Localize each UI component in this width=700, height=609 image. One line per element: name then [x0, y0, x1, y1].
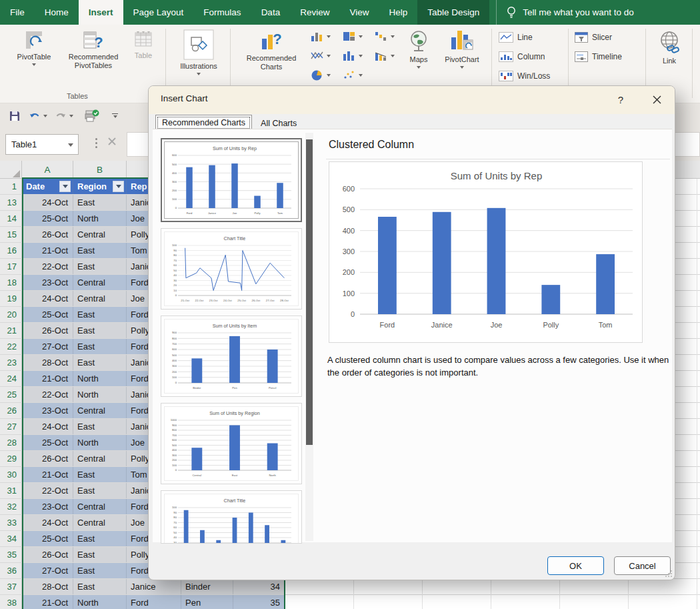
cell-region[interactable]: Central: [73, 227, 127, 242]
undo-dropdown-chevron[interactable]: [43, 115, 47, 117]
column-header-a[interactable]: A: [22, 161, 73, 179]
cell-region[interactable]: East: [73, 339, 127, 354]
chart-thumbnail-thumb-item[interactable]: Sum of Units by Item01002003004005006007…: [161, 316, 302, 397]
row-header-33[interactable]: 33: [0, 515, 22, 530]
row-header-36[interactable]: 36: [0, 563, 22, 578]
cell-date[interactable]: 23-Oct: [22, 275, 73, 290]
cell-region[interactable]: East: [73, 579, 127, 594]
tab-review[interactable]: Review: [290, 0, 339, 25]
redo-button[interactable]: [54, 110, 73, 122]
header-cell-region[interactable]: Region: [73, 179, 127, 194]
row-header-28[interactable]: 28: [0, 435, 22, 450]
maps-button[interactable]: Maps: [400, 29, 437, 69]
tab-insert[interactable]: Insert: [79, 0, 123, 25]
cell-units[interactable]: 34: [233, 579, 285, 594]
row-header[interactable]: 1: [0, 179, 22, 194]
cell-region[interactable]: North: [73, 211, 127, 226]
cell-date[interactable]: 25-Oct: [22, 435, 73, 450]
row-header-38[interactable]: 38: [0, 595, 22, 609]
ok-button[interactable]: OK: [547, 556, 604, 575]
link-button[interactable]: Link: [650, 29, 689, 65]
cell-region[interactable]: East: [73, 259, 127, 274]
table-button[interactable]: Table: [125, 29, 161, 60]
row-header-25[interactable]: 25: [0, 387, 22, 402]
cell-rep[interactable]: Ford: [127, 595, 181, 609]
thumbnail-scrollbar[interactable]: [305, 133, 313, 541]
combo-chart-type-button[interactable]: [375, 50, 395, 61]
cell-date[interactable]: 23-Oct: [22, 403, 73, 418]
pivotchart-button[interactable]: PivotChart: [436, 29, 488, 69]
select-all-corner[interactable]: [0, 161, 22, 179]
cancel-entry-button[interactable]: [107, 136, 117, 147]
sparkline-winloss-button[interactable]: Win/Loss: [499, 71, 550, 81]
cell-date[interactable]: 21-Oct: [22, 467, 73, 482]
cell-region[interactable]: East: [73, 323, 127, 338]
cell-date[interactable]: 27-Oct: [22, 339, 73, 354]
column-header-b[interactable]: B: [73, 161, 127, 179]
cell-region[interactable]: Central: [73, 291, 127, 306]
cell-region[interactable]: Central: [73, 451, 127, 466]
row-header-18[interactable]: 18: [0, 275, 22, 290]
column-chart-type-button[interactable]: [311, 31, 331, 42]
chart-thumbnail-thumb-rep[interactable]: Sum of Units by Rep0100200300400500600Fo…: [161, 138, 302, 222]
row-header-31[interactable]: 31: [0, 483, 22, 498]
cell-date[interactable]: 24-Oct: [22, 195, 73, 210]
date-filter-button[interactable]: [59, 181, 71, 192]
row-header-15[interactable]: 15: [0, 227, 22, 242]
cell-date[interactable]: 25-Oct: [22, 307, 73, 322]
cell-region[interactable]: East: [73, 195, 127, 210]
cell-region[interactable]: Central: [73, 275, 127, 290]
pivottable-button[interactable]: PivotTable: [7, 29, 61, 66]
name-box[interactable]: Table1: [5, 134, 79, 155]
row-header-17[interactable]: 17: [0, 259, 22, 274]
row-header-32[interactable]: 32: [0, 499, 22, 514]
cell-region[interactable]: East: [73, 355, 127, 370]
tab-file[interactable]: File: [0, 0, 35, 25]
cell-region[interactable]: North: [73, 371, 127, 386]
cell-date[interactable]: 24-Oct: [22, 515, 73, 530]
cell-date[interactable]: 27-Oct: [22, 563, 73, 578]
dialog-help-button[interactable]: ?: [613, 92, 629, 108]
name-box-dropdown-chevron[interactable]: [68, 143, 73, 147]
scatter-chart-type-button[interactable]: [343, 69, 363, 81]
cell-date[interactable]: 26-Oct: [22, 227, 73, 242]
row-header-35[interactable]: 35: [0, 547, 22, 562]
cell-item[interactable]: Pen: [181, 595, 233, 609]
cell-region[interactable]: Central: [73, 403, 127, 418]
chart-thumbnail-thumb-region[interactable]: Sum of Units by Region010020030040050060…: [161, 403, 302, 484]
scrollbar-thumb[interactable]: [306, 139, 313, 445]
customize-qat-button[interactable]: [112, 113, 118, 119]
cell-date[interactable]: 28-Oct: [22, 355, 73, 370]
cancel-button[interactable]: Cancel: [614, 556, 671, 575]
tab-help[interactable]: Help: [379, 0, 417, 25]
row-header-30[interactable]: 30: [0, 467, 22, 482]
row-header-27[interactable]: 27: [0, 419, 22, 434]
cell-region[interactable]: East: [73, 467, 127, 482]
hierarchy-chart-type-button[interactable]: [343, 31, 363, 42]
row-header-34[interactable]: 34: [0, 531, 22, 546]
cell-date[interactable]: 22-Oct: [22, 483, 73, 498]
save-button[interactable]: [8, 109, 21, 123]
sparkline-line-button[interactable]: Line: [499, 32, 533, 43]
cell-region[interactable]: North: [73, 595, 127, 609]
cell-date[interactable]: 26-Oct: [22, 451, 73, 466]
cell-region[interactable]: East: [73, 243, 127, 258]
resize-grip[interactable]: [665, 570, 672, 577]
chart-thumbnail-thumb-line[interactable]: Chart Title010203040506070809010021-Oct2…: [161, 228, 302, 310]
chart-thumbnail-thumb-generic[interactable]: Chart Title0102030405060708090100: [161, 490, 302, 544]
cell-date[interactable]: 23-Oct: [22, 499, 73, 514]
cell-region[interactable]: East: [73, 563, 127, 578]
row-header-20[interactable]: 20: [0, 307, 22, 322]
cell-date[interactable]: 28-Oct: [22, 579, 73, 594]
slicer-button[interactable]: Slicer: [575, 32, 612, 43]
cell-region[interactable]: East: [73, 547, 127, 562]
cell-region[interactable]: East: [73, 483, 127, 498]
cell-date[interactable]: 26-Oct: [22, 547, 73, 562]
row-header-19[interactable]: 19: [0, 291, 22, 306]
cell-date[interactable]: 25-Oct: [22, 531, 73, 546]
row-header-21[interactable]: 21: [0, 323, 22, 338]
illustrations-button[interactable]: Illustrations: [171, 29, 227, 75]
row-header-26[interactable]: 26: [0, 403, 22, 418]
row-header-23[interactable]: 23: [0, 355, 22, 370]
tab-formulas[interactable]: Formulas: [193, 0, 251, 25]
